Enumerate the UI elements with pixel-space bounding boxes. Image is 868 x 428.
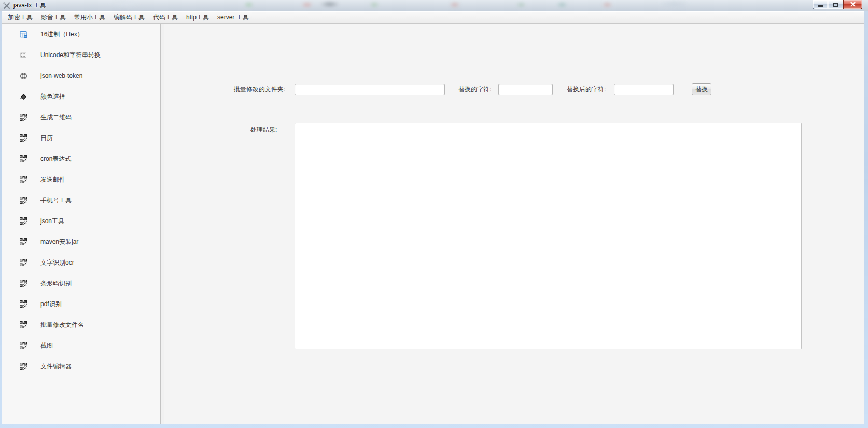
replace-chars-input[interactable] [614, 84, 674, 95]
title-bar: java-fx 工具 [0, 0, 868, 11]
window-controls [813, 0, 862, 9]
qr-icon [19, 196, 27, 204]
sidebar-item-json-tool[interactable]: json工具 [2, 211, 160, 231]
sidebar-item-hex[interactable]: 16 16进制（Hex） [2, 24, 160, 45]
sidebar-item-file-editor[interactable]: 文件编辑器 [2, 356, 160, 377]
sidebar-item-color-picker[interactable]: 颜色选择 [2, 86, 160, 107]
qr-icon [19, 300, 27, 308]
folder-label: 批量修改的文件夹: [232, 83, 285, 95]
sidebar-item-calendar[interactable]: 日历 [2, 128, 160, 148]
close-button[interactable] [843, 0, 862, 9]
unicode-icon [19, 51, 27, 59]
menu-item-http-tools[interactable]: http工具 [182, 11, 213, 23]
qr-icon [19, 175, 27, 184]
qr-icon [19, 279, 27, 287]
sidebar-item-json-web-token[interactable]: json-web-token [2, 65, 160, 86]
sidebar-item-maven-install-jar[interactable]: maven安装jar [2, 231, 160, 252]
sidebar-item-phone-tool[interactable]: 手机号工具 [2, 190, 160, 211]
qr-icon [19, 341, 27, 350]
splitpane-divider[interactable] [160, 24, 164, 424]
sidebar-item-ocr[interactable]: 文字识别ocr [2, 252, 160, 273]
app-tools-icon [3, 2, 11, 10]
qr-icon [19, 113, 27, 121]
folder-input[interactable] [295, 84, 445, 95]
hex-icon: 16 [19, 30, 27, 38]
search-chars-input[interactable] [498, 84, 553, 95]
globe-icon [19, 72, 27, 80]
sidebar-item-barcode-scan[interactable]: 条形码识别 [2, 273, 160, 294]
sidebar-item-pdf-ocr[interactable]: pdf识别 [2, 294, 160, 314]
window-title: java-fx 工具 [13, 1, 46, 10]
batch-rename-panel: 批量修改的文件夹: 替换的字符: 替换后的字符: 替换 处理结果: [164, 24, 864, 424]
sidebar-item-qr-generate[interactable]: 生成二维码 [2, 107, 160, 128]
qr-icon [19, 155, 27, 163]
sidebar-item-screenshot[interactable]: 截图 [2, 335, 160, 356]
menu-item-code-tools[interactable]: 代码工具 [149, 11, 182, 23]
qr-icon [19, 362, 27, 370]
color-picker-icon [19, 92, 27, 101]
maximize-icon [833, 3, 838, 7]
result-label: 处理结果: [250, 126, 277, 134]
titlebar-glass-reflections [0, 0, 868, 11]
tool-sidebar: 16 16进制（Hex） Unicode和字符串转换 json-web-toke… [2, 24, 160, 424]
search-chars-label: 替换的字符: [458, 83, 493, 95]
minimize-icon [818, 5, 823, 7]
sidebar-item-send-mail[interactable]: 发送邮件 [2, 169, 160, 190]
result-textarea[interactable] [295, 123, 802, 349]
replace-button[interactable]: 替换 [692, 83, 711, 95]
menu-item-server-tools[interactable]: server 工具 [213, 11, 253, 23]
qr-icon [19, 134, 27, 142]
minimize-button[interactable] [813, 0, 828, 9]
menu-item-encrypt-tools[interactable]: 加密工具 [4, 11, 37, 23]
content-area: 16 16进制（Hex） Unicode和字符串转换 json-web-toke… [2, 24, 864, 424]
menu-item-common-tools[interactable]: 常用小工具 [70, 11, 109, 23]
menu-item-codec-tools[interactable]: 编解码工具 [109, 11, 149, 23]
sidebar-item-unicode-convert[interactable]: Unicode和字符串转换 [2, 45, 160, 65]
svg-text:16: 16 [24, 35, 26, 37]
qr-icon [19, 321, 27, 329]
window-frame: java-fx 工具 加密工具影音工具常用小工具编解码工具代码工具http工 [0, 0, 868, 428]
qr-icon [19, 258, 27, 267]
qr-icon [19, 238, 27, 246]
sidebar-item-batch-rename[interactable]: 批量修改文件名 [2, 314, 160, 335]
client-area: 加密工具影音工具常用小工具编解码工具代码工具http工具server 工具 16… [2, 11, 864, 424]
sidebar-item-cron-expression[interactable]: cron表达式 [2, 148, 160, 169]
close-icon [850, 1, 856, 8]
maximize-button[interactable] [828, 0, 843, 9]
replace-chars-label: 替换后的字符: [567, 83, 609, 95]
menu-bar: 加密工具影音工具常用小工具编解码工具代码工具http工具server 工具 [2, 11, 864, 24]
menu-item-media-tools[interactable]: 影音工具 [37, 11, 70, 23]
qr-icon [19, 217, 27, 225]
